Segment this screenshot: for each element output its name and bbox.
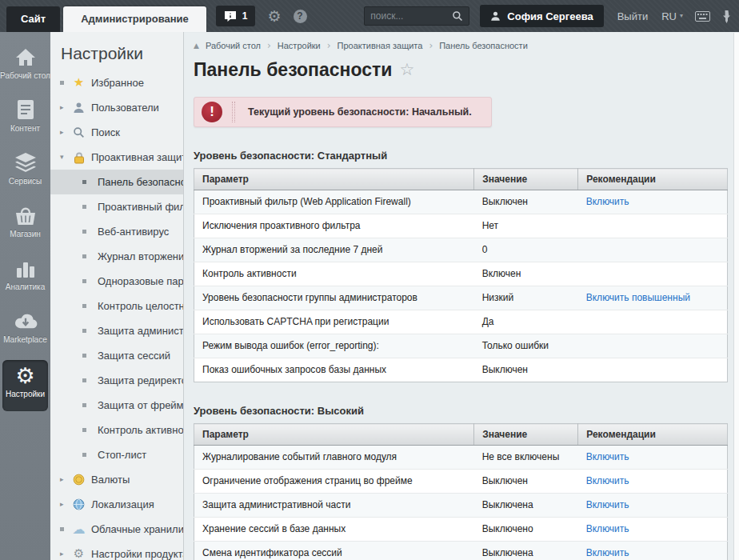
rail-item-label: Сервисы: [9, 177, 42, 186]
bullet-icon: [60, 81, 64, 85]
sidebar-item-admin-protection[interactable]: Защита административной части: [50, 318, 183, 343]
tab-site[interactable]: Сайт: [6, 6, 60, 32]
sidebar-item-search[interactable]: ▸Поиск: [50, 120, 183, 145]
sidebar-item-users[interactable]: ▸Пользователи: [50, 95, 183, 120]
marker-column: ▸: [60, 476, 70, 483]
sidebar-item-activity-control[interactable]: Контроль активности: [50, 418, 183, 442]
pin-icon[interactable]: [722, 10, 731, 23]
rail-item-settings[interactable]: ⚙Настройки: [2, 360, 48, 411]
bullet-icon: [82, 428, 86, 432]
value-cell: Выключен: [474, 358, 578, 382]
user-menu-button[interactable]: София Сергеева: [480, 5, 603, 27]
globe-icon: [72, 498, 86, 510]
sidebar-item-integrity-control[interactable]: Контроль целостности: [50, 294, 183, 318]
marker-column: ▸: [60, 104, 70, 111]
chevron-right-icon[interactable]: ▸: [60, 104, 64, 111]
sidebar-item-one-time-passwords[interactable]: Одноразовые пароли: [50, 269, 183, 294]
param-cell: Защита административной части: [194, 494, 474, 518]
value-cell: Низкий: [474, 286, 578, 310]
star-icon: ★: [72, 77, 86, 89]
scrollbar-track[interactable]: [733, 33, 739, 560]
home-icon[interactable]: ▲: [194, 42, 199, 50]
enable-link[interactable]: Включить повышенный: [586, 292, 690, 303]
rail-item-label: Магазин: [10, 230, 41, 238]
breadcrumb-link[interactable]: Проактивная защита: [338, 41, 423, 50]
sidebar-item-proactive-protection[interactable]: ▾Проактивная защита: [50, 145, 183, 170]
rail-item-services[interactable]: Сервисы: [0, 147, 50, 200]
sidebar-item-web-antivirus[interactable]: Веб-антивирус: [50, 219, 183, 244]
gear-icon[interactable]: ⚙: [267, 9, 281, 24]
sidebar-item-label: Настройки продукта: [91, 548, 183, 560]
marker-column: [82, 329, 93, 333]
marker-column: ▾: [60, 154, 70, 161]
sidebar-item-security-panel[interactable]: Панель безопасности: [50, 170, 183, 194]
sidebar-item-intrusion-log[interactable]: Журнал вторжений: [50, 244, 183, 269]
breadcrumb-link[interactable]: Рабочий стол: [206, 41, 261, 50]
tab-admin[interactable]: Администрирование: [63, 6, 206, 32]
enable-link[interactable]: Включить: [586, 499, 629, 510]
breadcrumb-link[interactable]: Настройки: [278, 41, 321, 50]
recommendation-cell: Включить повышенный: [578, 286, 728, 310]
recommendation-cell: [578, 310, 728, 334]
param-cell: Уровень безопасности группы администрато…: [194, 286, 474, 310]
alert-text: Текущий уровень безопасности: Начальный.: [248, 106, 472, 118]
enable-link[interactable]: Включить: [586, 475, 629, 486]
sidebar-item-session-protection[interactable]: Защита сессий: [50, 343, 183, 368]
marker-column: [60, 81, 70, 85]
chevron-right-icon[interactable]: ▸: [60, 476, 64, 483]
enable-link[interactable]: Включить: [586, 451, 629, 462]
sidebar-item-currencies[interactable]: ▸Валюты: [50, 467, 183, 492]
rail-item-label: Рабочий стол: [0, 71, 50, 80]
recommendation-cell: [578, 262, 728, 286]
sidebar-item-label: Валюты: [91, 474, 130, 486]
sidebar-item-label: Проактивный фильтр: [98, 201, 183, 213]
rail-item-shop[interactable]: Магазин: [0, 200, 50, 253]
hotkeys-icon[interactable]: [695, 11, 710, 22]
enable-link[interactable]: Включить: [586, 196, 629, 207]
marker-column: [82, 180, 93, 184]
enable-link[interactable]: Включить: [586, 523, 629, 534]
help-icon[interactable]: ?: [294, 10, 307, 23]
sidebar-item-label: Контроль активности: [98, 424, 183, 436]
breadcrumb-link[interactable]: Панель безопасности: [439, 41, 528, 50]
chevron-down-icon[interactable]: ▾: [60, 154, 64, 161]
chevron-separator: ›: [327, 41, 331, 50]
marker-column: [82, 453, 93, 457]
sidebar-item-redirect-protection[interactable]: Защита редиректов: [50, 368, 183, 393]
sidebar-item-proactive-filter[interactable]: Проактивный фильтр: [50, 194, 183, 219]
sidebar-item-favorites[interactable]: ★Избранное: [50, 70, 183, 95]
value-cell: Только ошибки: [474, 334, 578, 358]
search-box[interactable]: [364, 6, 469, 26]
search-icon[interactable]: [452, 10, 463, 22]
rail-item-label: Marketplace: [3, 335, 46, 344]
chevron-right-icon[interactable]: ▸: [60, 550, 64, 558]
sidebar-item-localization[interactable]: ▸Локализация: [50, 492, 183, 517]
sidebar-item-product-settings[interactable]: ▸⚙Настройки продукта: [50, 542, 183, 560]
chevron-right-icon[interactable]: ▸: [60, 129, 64, 136]
language-selector[interactable]: RU ▾: [661, 10, 683, 22]
notifications-button[interactable]: 1: [216, 6, 256, 26]
table-row: Использовать CAPTCHA при регистрацииДа: [194, 310, 728, 334]
search-input[interactable]: [370, 10, 452, 22]
favorite-star-icon[interactable]: ☆: [399, 62, 414, 78]
rail-item-marketplace[interactable]: Marketplace: [0, 306, 50, 358]
rail-item-analytics[interactable]: Аналитика: [0, 253, 50, 306]
logout-link[interactable]: Выйти: [617, 10, 649, 22]
sidebar-item-label: Локализация: [91, 498, 154, 510]
sidebar-item-label: Облачные хранилища: [91, 523, 183, 535]
coin-icon: [72, 474, 86, 486]
rail-item-content[interactable]: Контент: [0, 94, 50, 147]
sidebar-item-stop-list[interactable]: Стоп-лист: [50, 442, 183, 467]
sidebar-item-frame-protection[interactable]: Защита от фреймов: [50, 393, 183, 418]
enable-link[interactable]: Включить: [586, 547, 629, 558]
sidebar-item-label: Поиск: [91, 126, 120, 138]
sidebar-item-cloud-storage[interactable]: ☁Облачные хранилища: [50, 517, 183, 542]
chevron-right-icon[interactable]: ▸: [60, 501, 64, 508]
rail-item-desktop[interactable]: Рабочий стол: [0, 42, 50, 94]
recommendation-cell: Включить: [578, 446, 728, 470]
marker-column: ▸: [60, 501, 70, 508]
lock-icon: [72, 151, 86, 164]
param-cell: Контроль активности: [194, 262, 474, 286]
recommendation-cell: Включить: [578, 190, 728, 214]
user-name: София Сергеева: [507, 10, 593, 22]
